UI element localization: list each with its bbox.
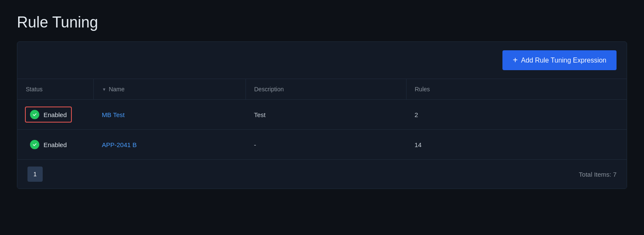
status-wrapper: Enabled bbox=[26, 137, 71, 152]
table-wrapper: + Add Rule Tuning Expression Status ▼ N bbox=[17, 41, 627, 189]
table-row[interactable]: EnabledMB TestTest2 bbox=[17, 100, 627, 130]
plus-icon: + bbox=[513, 55, 518, 65]
name-cell: MB Test bbox=[93, 100, 246, 130]
svg-point-0 bbox=[32, 112, 38, 118]
status-wrapper: Enabled bbox=[26, 107, 71, 122]
table-row[interactable]: EnabledAPP-2041 B-14 bbox=[17, 130, 627, 160]
toolbar: + Add Rule Tuning Expression bbox=[17, 42, 627, 79]
add-rule-tuning-expression-button[interactable]: + Add Rule Tuning Expression bbox=[502, 50, 617, 70]
name-link[interactable]: APP-2041 B bbox=[102, 141, 137, 148]
total-items-label: Total Items: 7 bbox=[579, 171, 617, 178]
name-cell: APP-2041 B bbox=[93, 130, 246, 160]
pagination-bar: 1 Total Items: 7 bbox=[17, 159, 627, 189]
column-header-rules: Rules bbox=[406, 79, 627, 100]
status-cell-td: Enabled bbox=[17, 130, 93, 160]
add-button-label: Add Rule Tuning Expression bbox=[521, 57, 606, 64]
status-text: Enabled bbox=[44, 111, 67, 118]
rules-count: 2 bbox=[415, 111, 418, 118]
table-body: EnabledMB TestTest2EnabledAPP-2041 B-14 bbox=[17, 100, 627, 160]
rules-cell: 14 bbox=[406, 130, 627, 160]
status-icon bbox=[30, 110, 39, 119]
name-link[interactable]: MB Test bbox=[102, 111, 125, 118]
rules-cell: 2 bbox=[406, 100, 627, 130]
page-container: Rule Tuning + Add Rule Tuning Expression… bbox=[0, 0, 644, 202]
header-row: Status ▼ Name Description bbox=[17, 79, 627, 100]
description-text: Test bbox=[254, 111, 266, 118]
description-text: - bbox=[254, 141, 256, 148]
column-header-name[interactable]: ▼ Name bbox=[93, 79, 246, 100]
status-text: Enabled bbox=[44, 141, 67, 148]
data-table: Status ▼ Name Description bbox=[17, 79, 627, 159]
description-cell: Test bbox=[246, 100, 406, 130]
description-cell: - bbox=[246, 130, 406, 160]
column-header-description: Description bbox=[246, 79, 406, 100]
status-cell-td: Enabled bbox=[17, 100, 93, 130]
page-title: Rule Tuning bbox=[17, 14, 627, 31]
rules-count: 14 bbox=[415, 141, 422, 148]
sort-icon: ▼ bbox=[102, 87, 106, 92]
table-header: Status ▼ Name Description bbox=[17, 79, 627, 100]
column-header-status: Status bbox=[17, 79, 93, 100]
status-icon bbox=[30, 140, 39, 149]
svg-point-1 bbox=[32, 142, 38, 148]
page-1-button[interactable]: 1 bbox=[27, 167, 43, 182]
